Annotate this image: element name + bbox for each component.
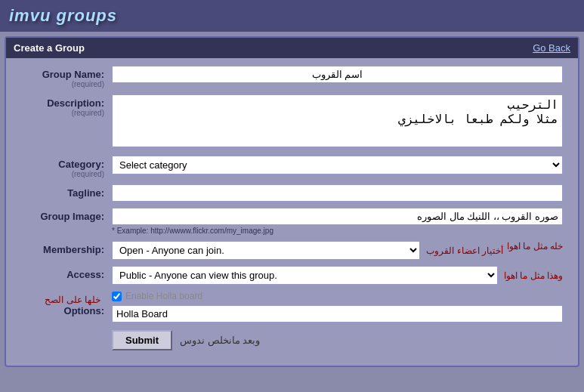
- holla-board-input[interactable]: [112, 305, 563, 323]
- access-input-col: Public - Anyone can view this group. Mem…: [112, 266, 563, 285]
- site-logo: imvu groups: [9, 6, 117, 26]
- category-label-col: Category: (required): [21, 156, 112, 178]
- group-image-hint: * Example: http://wwww.flickr.com/my_ima…: [112, 227, 563, 235]
- tagline-label: Tagline:: [67, 187, 104, 199]
- membership-row: Membership: Open - Anyone can join. Invi…: [21, 241, 563, 260]
- access-annotation: وهذا مثل ما اهوا: [504, 270, 563, 281]
- checkbox-row: Enable Holla board: [112, 291, 563, 301]
- tagline-row: Tagline:: [21, 184, 563, 202]
- access-row: Access: Public - Anyone can view this gr…: [21, 266, 563, 285]
- group-name-input[interactable]: [112, 66, 563, 83]
- submit-button[interactable]: Submit: [112, 330, 172, 350]
- page-title: Create a Group: [14, 42, 85, 54]
- description-textarea[interactable]: الترحيب مثلا ولكم طبعا بالاخليزي: [112, 94, 563, 147]
- tagline-input[interactable]: [112, 184, 563, 202]
- membership-label: Membership:: [43, 244, 104, 255]
- description-label: Description:: [47, 97, 104, 109]
- description-required: (required): [21, 109, 104, 117]
- submit-row: Submit وبعد مانخلص ندوس: [21, 330, 563, 350]
- go-back-link[interactable]: Go Back: [533, 42, 570, 54]
- group-image-label-col: Group Image:: [21, 208, 112, 222]
- membership-select[interactable]: Open - Anyone can join. Invite Only Clos…: [112, 241, 420, 260]
- group-image-row: Group Image: * Example: http://wwww.flic…: [21, 208, 563, 235]
- main-container: Create a Group Go Back Group Name: (requ…: [5, 36, 579, 367]
- options-input-col: Enable Holla board: [112, 291, 563, 323]
- access-label-col: Access:: [21, 266, 112, 280]
- category-row: Category: (required) Select category Gam…: [21, 156, 563, 178]
- group-image-input-col: * Example: http://wwww.flickr.com/my_ima…: [112, 208, 563, 235]
- membership-select-row: Open - Anyone can join. Invite Only Clos…: [112, 241, 503, 260]
- submit-annotation: وبعد مانخلص ندوس: [180, 335, 260, 346]
- options-label-col: خلها على الصح Options:: [21, 291, 112, 316]
- tagline-input-col: [112, 184, 563, 202]
- description-input-col: الترحيب مثلا ولكم طبعا بالاخليزي: [112, 94, 563, 150]
- access-select-row: Public - Anyone can view this group. Mem…: [112, 266, 563, 285]
- group-image-input[interactable]: [112, 208, 563, 225]
- title-bar: Create a Group Go Back: [6, 38, 578, 58]
- membership-outer-annotation: خله مثل ما اهوا: [507, 241, 563, 252]
- membership-annotation: أختيار اعضاء القروب: [426, 245, 503, 256]
- group-name-row: Group Name: (required): [21, 66, 563, 88]
- logo-text: imvu groups: [9, 6, 117, 25]
- options-annotation: خلها على الصح: [45, 295, 100, 305]
- group-name-label-col: Group Name: (required): [21, 66, 112, 88]
- category-required: (required): [21, 170, 104, 178]
- page-header: imvu groups: [0, 0, 584, 32]
- holla-board-checkbox-label: Enable Holla board: [125, 291, 202, 301]
- options-row: خلها على الصح Options: Enable Holla boar…: [21, 291, 563, 323]
- category-label: Category:: [58, 159, 104, 170]
- category-select[interactable]: Select category Games Music Social Sport…: [112, 156, 563, 174]
- group-name-input-col: [112, 66, 563, 83]
- membership-label-col: Membership:: [21, 241, 112, 255]
- group-image-label: Group Image:: [40, 211, 104, 222]
- category-input-col: Select category Games Music Social Sport…: [112, 156, 563, 174]
- group-name-required: (required): [21, 80, 104, 88]
- description-label-col: Description: (required): [21, 94, 112, 117]
- access-select[interactable]: Public - Anyone can view this group. Mem…: [112, 266, 498, 285]
- tagline-label-col: Tagline:: [21, 184, 112, 199]
- description-row: Description: (required) الترحيب مثلا ولك…: [21, 94, 563, 150]
- membership-input-col: Open - Anyone can join. Invite Only Clos…: [112, 241, 503, 260]
- holla-board-checkbox[interactable]: [112, 292, 122, 301]
- group-name-label: Group Name:: [42, 69, 104, 80]
- options-label: Options:: [64, 305, 104, 316]
- access-label: Access:: [66, 269, 104, 280]
- form-area: Group Name: (required) Description: (req…: [6, 58, 578, 366]
